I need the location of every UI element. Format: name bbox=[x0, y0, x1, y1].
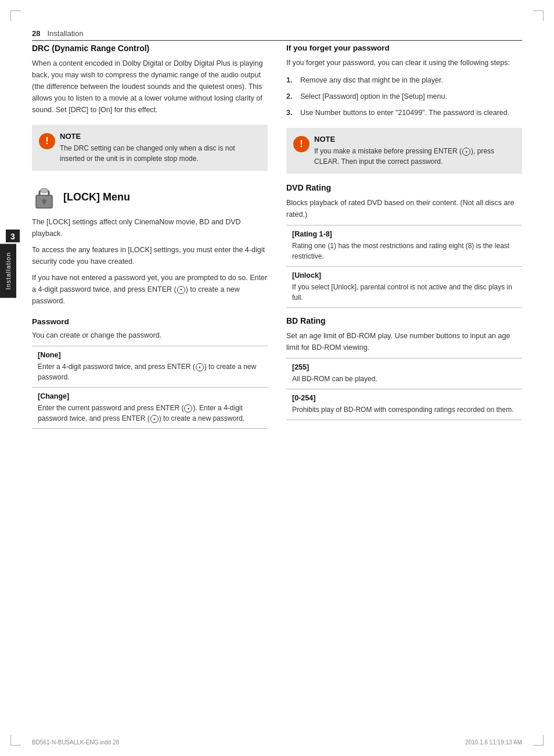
note-box-2: ! NOTE If you make a mistake before pres… bbox=[286, 128, 522, 174]
bd-option-0254: [0-254] Prohibits play of BD-ROM with co… bbox=[286, 389, 522, 420]
step-1: 1. Remove any disc that might be in the … bbox=[286, 74, 522, 86]
enter-circle-change-2 bbox=[150, 415, 159, 423]
left-column: DRC (Dynamic Range Control) When a conte… bbox=[32, 44, 268, 724]
password-option-change: [Change] Enter the current password and … bbox=[32, 387, 268, 429]
content-area: DRC (Dynamic Range Control) When a conte… bbox=[32, 44, 522, 724]
forget-password-steps: 1. Remove any disc that might be in the … bbox=[286, 74, 522, 119]
page-header: 28 Installation bbox=[32, 29, 522, 41]
bd-255-label: [255] bbox=[292, 363, 516, 371]
bd-0254-text: Prohibits play of BD-ROM with correspond… bbox=[292, 404, 516, 415]
note-icon-1: ! bbox=[39, 133, 55, 149]
footer-left: BD561-N-BUSALLK-ENG.indd 28 bbox=[32, 739, 119, 746]
password-option-none: [None] Enter a 4-digit password twice, a… bbox=[32, 346, 268, 387]
password-body: You can create or change the password. bbox=[32, 329, 268, 341]
dvd-rating-label: [Rating 1-8] bbox=[292, 230, 516, 238]
option-none-text: Enter a 4-digit password twice, and pres… bbox=[38, 361, 262, 382]
side-tab-label: Installation bbox=[5, 252, 12, 290]
option-change-label: [Change] bbox=[38, 392, 262, 400]
step-3-text: Use Number buttons to enter "210499". Th… bbox=[300, 107, 509, 119]
password-section: Password You can create or change the pa… bbox=[32, 317, 268, 429]
drc-body: When a content encoded in Dolby Digital … bbox=[32, 58, 268, 116]
note-content-2: NOTE If you make a mistake before pressi… bbox=[314, 135, 514, 167]
lock-menu-header: [LOCK] Menu bbox=[32, 185, 268, 209]
enter-circle-change-1 bbox=[184, 404, 192, 413]
svg-point-3 bbox=[40, 188, 48, 193]
note-label-1: NOTE bbox=[60, 132, 260, 141]
bd-255-text: All BD-ROM can be played. bbox=[292, 374, 516, 384]
forget-password-body: If you forget your password, you can cle… bbox=[286, 57, 522, 69]
lock-menu-title: [LOCK] Menu bbox=[63, 191, 130, 203]
footer-right: 2010.1.6 11:19:13 AM bbox=[465, 739, 522, 746]
svg-rect-2 bbox=[44, 201, 45, 205]
step-2-num: 2. bbox=[286, 91, 297, 102]
dvd-rating-section: DVD Rating Blocks playback of rated DVD … bbox=[286, 183, 522, 308]
note-text-2: If you make a mistake before pressing EN… bbox=[314, 146, 514, 167]
side-tab-number: 3 bbox=[6, 230, 20, 242]
corner-mark-tr bbox=[533, 10, 544, 21]
right-column: If you forget your password If you forge… bbox=[286, 44, 522, 724]
dvd-unlock-label: [Unlock] bbox=[292, 271, 516, 280]
note-icon-2: ! bbox=[293, 136, 310, 152]
dvd-rating-title: DVD Rating bbox=[286, 183, 522, 192]
bd-rating-title: BD Rating bbox=[286, 316, 522, 325]
dvd-unlock-text: If you select [Unlock], parental control… bbox=[292, 282, 516, 303]
page: 28 Installation Installation 3 DRC (Dyna… bbox=[0, 0, 554, 756]
bd-0254-label: [0-254] bbox=[292, 394, 516, 402]
lock-icon bbox=[32, 185, 56, 209]
note-box-1: ! NOTE The DRC setting can be changed on… bbox=[32, 125, 268, 171]
note-text-1: The DRC setting can be changed only when… bbox=[60, 143, 260, 164]
lock-intro-1: The [LOCK] settings affect only CinemaNo… bbox=[32, 216, 268, 239]
note-label-2: NOTE bbox=[314, 135, 514, 144]
step-1-num: 1. bbox=[286, 74, 297, 86]
drc-section: DRC (Dynamic Range Control) When a conte… bbox=[32, 44, 268, 116]
bd-rating-section: BD Rating Set an age limit of BD-ROM pla… bbox=[286, 316, 522, 420]
option-change-text: Enter the current password and press ENT… bbox=[38, 403, 262, 424]
enter-circle-inline-1 bbox=[177, 286, 185, 294]
dvd-rating-body: Blocks playback of rated DVD based on th… bbox=[286, 197, 522, 220]
step-2-text: Select [Password] option in the [Setup] … bbox=[300, 91, 447, 102]
enter-circle-note2 bbox=[462, 148, 470, 156]
step-2: 2. Select [Password] option in the [Setu… bbox=[286, 91, 522, 102]
forget-password-title: If you forget your password bbox=[286, 44, 522, 52]
drc-title: DRC (Dynamic Range Control) bbox=[32, 44, 268, 53]
bd-rating-body: Set an age limit of BD-ROM play. Use num… bbox=[286, 330, 522, 353]
option-none-label: [None] bbox=[38, 351, 262, 359]
password-title: Password bbox=[32, 317, 268, 326]
lock-intro-2: To access the any features in [LOCK] set… bbox=[32, 244, 268, 267]
step-1-text: Remove any disc that might be in the pla… bbox=[300, 74, 443, 86]
bd-option-255: [255] All BD-ROM can be played. bbox=[286, 358, 522, 389]
header-section-title: Installation bbox=[47, 29, 83, 38]
side-tab: Installation bbox=[0, 244, 16, 298]
corner-mark-tl bbox=[10, 10, 21, 21]
step-3-num: 3. bbox=[286, 107, 297, 119]
enter-circle-none bbox=[196, 363, 204, 371]
page-footer: BD561-N-BUSALLK-ENG.indd 28 2010.1.6 11:… bbox=[32, 739, 522, 746]
step-3: 3. Use Number buttons to enter "210499".… bbox=[286, 107, 522, 119]
lock-intro-3: If you have not entered a password yet, … bbox=[32, 272, 268, 307]
dvd-rating-text: Rating one (1) has the most restrictions… bbox=[292, 241, 516, 261]
corner-mark-bl bbox=[10, 735, 21, 746]
note-content-1: NOTE The DRC setting can be changed only… bbox=[60, 132, 260, 164]
page-number: 28 bbox=[32, 29, 40, 38]
forget-password-section: If you forget your password If you forge… bbox=[286, 44, 522, 119]
dvd-option-unlock: [Unlock] If you select [Unlock], parenta… bbox=[286, 266, 522, 308]
corner-mark-br bbox=[533, 735, 544, 746]
dvd-option-rating: [Rating 1-8] Rating one (1) has the most… bbox=[286, 225, 522, 266]
